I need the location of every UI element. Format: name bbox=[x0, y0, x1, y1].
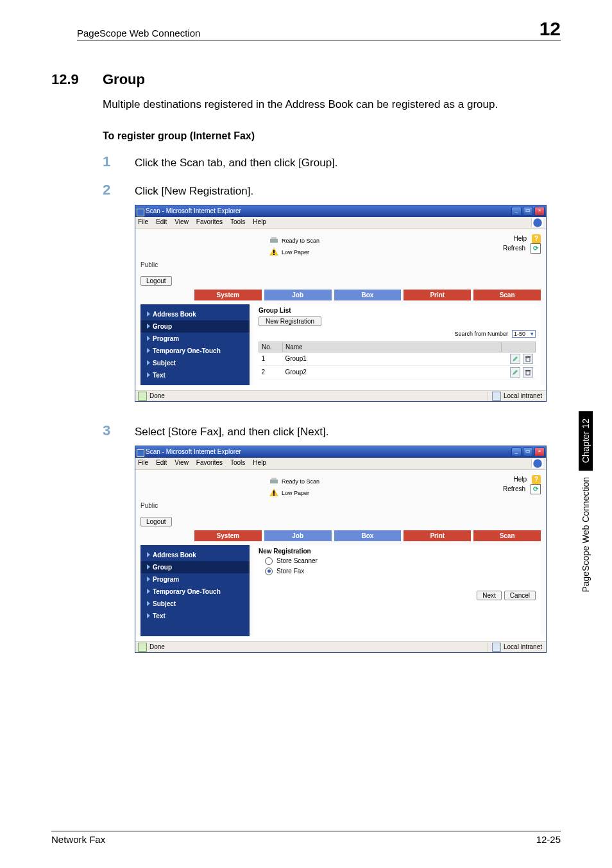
svg-rect-0 bbox=[270, 239, 278, 243]
menu-tools[interactable]: Tools bbox=[230, 218, 245, 227]
help-icon[interactable]: ? bbox=[532, 475, 541, 484]
step-3-text: Select [Store Fax], and then click [Next… bbox=[135, 426, 328, 438]
logout-button[interactable]: Logout bbox=[140, 276, 172, 286]
cancel-button[interactable]: Cancel bbox=[504, 591, 536, 600]
triangle-icon bbox=[147, 589, 150, 594]
svg-rect-6 bbox=[525, 356, 531, 358]
sidebar-item-subject[interactable]: Subject bbox=[140, 357, 250, 369]
menu-file[interactable]: File bbox=[138, 459, 148, 468]
refresh-link[interactable]: Refresh bbox=[503, 244, 525, 253]
option-store-scanner[interactable]: Store Scanner bbox=[265, 557, 536, 565]
sidebar-item-group[interactable]: Group bbox=[140, 561, 250, 573]
menu-file[interactable]: File bbox=[138, 218, 148, 227]
table-row: 1 Group1 bbox=[259, 352, 536, 365]
sidebar-label-tot: Temporary One-Touch bbox=[153, 588, 221, 595]
sidebar-label-tot: Temporary One-Touch bbox=[153, 347, 221, 354]
edit-icon[interactable] bbox=[510, 354, 520, 364]
menu-edit[interactable]: Edit bbox=[156, 459, 167, 468]
logout-button[interactable]: Logout bbox=[140, 517, 172, 526]
search-range-select[interactable]: 1-50 ▾ bbox=[512, 330, 536, 338]
triangle-icon bbox=[147, 324, 150, 329]
menu-favorites[interactable]: Favorites bbox=[196, 218, 223, 227]
cell-name: Group2 bbox=[283, 365, 502, 379]
help-icon[interactable]: ? bbox=[532, 234, 541, 243]
tab-print[interactable]: Print bbox=[404, 290, 471, 300]
new-registration-panel: New Registration Store Scanner Store Fax… bbox=[253, 545, 541, 636]
new-registration-button[interactable]: New Registration bbox=[259, 317, 321, 326]
tab-scan[interactable]: Scan bbox=[473, 530, 541, 541]
maximize-button[interactable]: ▭ bbox=[523, 207, 533, 216]
sidebar-item-address-book[interactable]: Address Book bbox=[140, 549, 250, 561]
triangle-icon bbox=[147, 360, 150, 365]
option-store-fax-label: Store Fax bbox=[276, 568, 304, 575]
svg-rect-8 bbox=[525, 370, 531, 371]
triangle-icon bbox=[147, 336, 150, 341]
ie-logo-icon bbox=[531, 459, 543, 468]
status-low-paper: Low Paper bbox=[282, 490, 309, 496]
menu-bar[interactable]: File Edit View Favorites Tools Help bbox=[135, 217, 546, 229]
side-tab: Chapter 12 PageScope Web Connection bbox=[579, 411, 594, 770]
menu-bar[interactable]: File Edit View Favorites Tools Help bbox=[135, 458, 546, 470]
close-button[interactable]: × bbox=[534, 207, 545, 216]
tab-scan[interactable]: Scan bbox=[473, 290, 541, 300]
sidebar-item-program[interactable]: Program bbox=[140, 333, 250, 345]
sidebar-item-temporary-one-touch[interactable]: Temporary One-Touch bbox=[140, 345, 250, 357]
edit-icon[interactable] bbox=[510, 367, 520, 378]
close-button[interactable]: × bbox=[534, 447, 545, 456]
delete-icon[interactable] bbox=[523, 367, 533, 378]
triangle-icon bbox=[147, 613, 150, 618]
menu-help[interactable]: Help bbox=[253, 218, 266, 227]
status-low-paper: Low Paper bbox=[282, 249, 309, 256]
menu-tools[interactable]: Tools bbox=[230, 459, 245, 468]
refresh-icon[interactable]: ⟳ bbox=[531, 243, 541, 254]
sidebar-item-temporary-one-touch[interactable]: Temporary One-Touch bbox=[140, 586, 250, 598]
tab-job[interactable]: Job bbox=[264, 290, 332, 300]
cell-no: 2 bbox=[259, 365, 283, 379]
sidebar-item-program[interactable]: Program bbox=[140, 573, 250, 586]
sidebar-label-text: Text bbox=[153, 372, 166, 379]
status-ready: Ready to Scan bbox=[282, 478, 319, 485]
sidebar-label-subject: Subject bbox=[153, 600, 176, 607]
tab-box[interactable]: Box bbox=[334, 290, 402, 300]
step-1-number: 1 bbox=[103, 153, 135, 170]
search-from-number-label: Search from Number bbox=[454, 331, 508, 337]
help-link[interactable]: Help bbox=[513, 475, 527, 484]
tab-print[interactable]: Print bbox=[404, 530, 471, 541]
sidebar-label-ab: Address Book bbox=[153, 311, 196, 318]
tab-system[interactable]: System bbox=[194, 530, 262, 541]
menu-edit[interactable]: Edit bbox=[156, 218, 167, 227]
tab-box[interactable]: Box bbox=[334, 530, 402, 541]
triangle-icon bbox=[147, 372, 150, 378]
cell-no: 1 bbox=[259, 352, 283, 365]
sidebar-item-address-book[interactable]: Address Book bbox=[140, 308, 250, 320]
refresh-icon[interactable]: ⟳ bbox=[531, 484, 541, 494]
menu-view[interactable]: View bbox=[174, 218, 189, 227]
svg-rect-9 bbox=[270, 480, 278, 483]
tab-job[interactable]: Job bbox=[264, 530, 332, 541]
printer-icon bbox=[269, 476, 279, 487]
minimize-button[interactable]: _ bbox=[511, 447, 522, 456]
sidebar-item-subject[interactable]: Subject bbox=[140, 598, 250, 610]
status-ready: Ready to Scan bbox=[282, 238, 319, 244]
option-store-fax[interactable]: Store Fax bbox=[265, 568, 536, 575]
maximize-button[interactable]: ▭ bbox=[523, 447, 533, 456]
menu-view[interactable]: View bbox=[174, 459, 189, 468]
menu-help[interactable]: Help bbox=[253, 459, 266, 468]
group-table: No. Name 1 Group1 bbox=[259, 342, 536, 379]
svg-rect-12 bbox=[273, 490, 275, 494]
radio-icon bbox=[265, 568, 273, 575]
cell-name: Group1 bbox=[283, 352, 502, 365]
sidebar-item-text[interactable]: Text bbox=[140, 610, 250, 622]
help-link[interactable]: Help bbox=[513, 234, 527, 243]
sidebar-item-text[interactable]: Text bbox=[140, 369, 250, 381]
menu-favorites[interactable]: Favorites bbox=[196, 459, 223, 468]
refresh-link[interactable]: Refresh bbox=[503, 485, 525, 494]
status-done: Done bbox=[149, 392, 488, 399]
mode-label: Public bbox=[140, 502, 158, 509]
minimize-button[interactable]: _ bbox=[511, 207, 522, 216]
triangle-icon bbox=[147, 601, 150, 606]
delete-icon[interactable] bbox=[523, 354, 533, 364]
sidebar-item-group[interactable]: Group bbox=[140, 320, 250, 333]
next-button[interactable]: Next bbox=[477, 591, 502, 600]
tab-system[interactable]: System bbox=[194, 290, 262, 300]
